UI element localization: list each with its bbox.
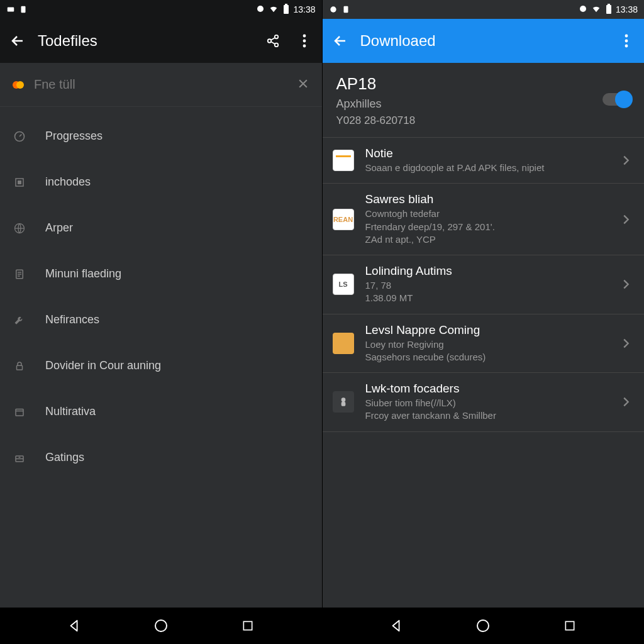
svg-point-7 xyxy=(274,43,278,47)
list-item-title: Lolinding Autims xyxy=(365,264,619,278)
wifi-icon xyxy=(591,4,602,15)
svg-rect-3 xyxy=(284,5,289,14)
search-row[interactable]: Fne tüll xyxy=(0,63,322,107)
nav-home-button[interactable] xyxy=(148,613,174,638)
svg-point-23 xyxy=(580,6,586,12)
svg-rect-0 xyxy=(8,8,14,12)
battery-icon xyxy=(606,4,612,16)
folder-icon xyxy=(333,333,354,354)
status-bar: 13:38 xyxy=(323,0,645,19)
list-item[interactable]: Lwk-tom focadersSiuber tiom fihe(//lLX)F… xyxy=(323,373,645,432)
list-item[interactable]: REANSawres bliahCowntogh tedefarFrtendar… xyxy=(323,184,645,255)
nav-bar xyxy=(0,608,322,644)
menu-item-gatings[interactable]: Gatings xyxy=(0,435,322,480)
svg-rect-22 xyxy=(343,6,348,13)
back-button[interactable] xyxy=(9,32,26,50)
chevron-right-icon xyxy=(619,277,633,291)
svg-point-26 xyxy=(625,35,628,38)
list-item-title: Sawres bliah xyxy=(365,192,619,206)
svg-point-21 xyxy=(330,6,336,12)
list-item-sub: 17, 781.38.09 MT xyxy=(365,279,619,305)
nav-bar xyxy=(323,608,645,644)
toggle-switch[interactable] xyxy=(602,93,630,106)
app-bar: Todefiles xyxy=(0,19,322,63)
document-icon: REAN xyxy=(333,209,354,230)
gauge-icon xyxy=(13,130,26,143)
svg-point-29 xyxy=(341,398,345,402)
menu-label: Progresses xyxy=(45,130,103,143)
box-icon xyxy=(13,405,26,419)
doc-icon xyxy=(13,267,26,281)
nav-back-button[interactable] xyxy=(384,613,409,638)
svg-point-9 xyxy=(303,40,306,43)
app-bar: Downloaed xyxy=(323,19,645,63)
svg-point-31 xyxy=(477,620,489,631)
svg-point-28 xyxy=(625,45,628,48)
chevron-right-icon xyxy=(619,336,633,350)
status-dot-icon xyxy=(257,4,264,14)
svg-rect-1 xyxy=(21,6,26,13)
list-item-body: Levsl Nappre ComingLoey ntor RegivingSag… xyxy=(365,323,619,364)
list-item-title: Notie xyxy=(365,147,619,160)
menu-item-nefirances[interactable]: Nefirances xyxy=(0,297,322,343)
phone-left: 13:38 Todefiles Fne tüll Progressesincho… xyxy=(0,0,323,644)
list-item-title: Levsl Nappre Coming xyxy=(365,323,619,337)
more-button[interactable] xyxy=(296,32,313,50)
status-bar: 13:38 xyxy=(0,0,322,19)
menu-label: Minuni flaeding xyxy=(45,267,121,280)
svg-rect-30 xyxy=(341,402,345,406)
svg-point-8 xyxy=(303,35,306,38)
list-item-body: Lolinding Autims17, 781.38.09 MT xyxy=(365,264,619,305)
menu-label: Nefirances xyxy=(45,313,99,326)
back-button[interactable] xyxy=(331,32,349,50)
app-icon: LS xyxy=(333,274,354,295)
menu-label: inchodes xyxy=(45,175,91,189)
list-item[interactable]: NotieSoaan e digdoople at P.Ad APK files… xyxy=(323,138,645,184)
svg-point-27 xyxy=(625,40,628,43)
list-item-body: Sawres bliahCowntogh tedefarFrtendary de… xyxy=(365,192,619,246)
phone-right: 13:38 Downloaed AP18 Apxhilles Y028 28-6… xyxy=(323,0,645,644)
nav-back-button[interactable] xyxy=(62,613,87,638)
wrench-icon xyxy=(13,313,26,327)
status-icon xyxy=(6,5,15,14)
header-sub: Apxhilles xyxy=(336,97,631,111)
drawer-icon xyxy=(13,451,26,465)
chevron-right-icon xyxy=(619,213,633,226)
page-title: Todefiles xyxy=(38,32,97,50)
status-time: 13:38 xyxy=(293,4,315,14)
chevron-right-icon xyxy=(619,153,633,167)
svg-point-2 xyxy=(257,6,264,12)
list-item-sub: Siuber tiom fihe(//lLX)Frcoy aver tancka… xyxy=(365,397,619,423)
svg-rect-25 xyxy=(608,4,610,5)
svg-point-10 xyxy=(303,45,306,48)
nav-recent-button[interactable] xyxy=(235,613,260,638)
menu-item-dovider[interactable]: Dovider in Cour auning xyxy=(0,343,322,389)
menu-item-minuni[interactable]: Minuni flaeding xyxy=(0,251,322,297)
menu-item-inchodes[interactable]: inchodes xyxy=(0,159,322,205)
more-button[interactable] xyxy=(618,32,635,50)
menu-label: Gatings xyxy=(45,451,84,464)
list-item-sub: Soaan e digdoople at P.Ad APK files, nip… xyxy=(365,162,619,174)
globe-icon xyxy=(13,221,26,235)
share-button[interactable] xyxy=(264,32,282,50)
menu-list: ProgressesinchodesArperMinuni flaedingNe… xyxy=(0,107,322,480)
svg-point-5 xyxy=(274,35,278,39)
list-item[interactable]: LSLolinding Autims17, 781.38.09 MT xyxy=(323,255,645,314)
page-title: Downloaed xyxy=(360,32,436,50)
menu-label: Nultirativa xyxy=(45,405,96,418)
menu-item-nultirativa[interactable]: Nultirativa xyxy=(0,389,322,435)
list-item-sub: Cowntogh tedefarFrtendary deep/19, 297 &… xyxy=(365,208,619,246)
nav-home-button[interactable] xyxy=(470,613,496,638)
header-block: AP18 Apxhilles Y028 28-620718 xyxy=(323,63,645,138)
nav-recent-button[interactable] xyxy=(557,613,582,638)
menu-item-progresses[interactable]: Progresses xyxy=(0,113,322,159)
status-dot-icon xyxy=(579,4,587,14)
list-item-body: Lwk-tom focadersSiuber tiom fihe(//lLX)F… xyxy=(365,382,619,423)
close-icon[interactable] xyxy=(297,77,309,92)
list-item[interactable]: Levsl Nappre ComingLoey ntor RegivingSag… xyxy=(323,314,645,374)
svg-rect-24 xyxy=(606,5,611,14)
menu-item-arper[interactable]: Arper xyxy=(0,205,322,251)
status-icon xyxy=(341,5,350,14)
svg-rect-17 xyxy=(16,409,23,416)
battery-icon xyxy=(283,4,289,16)
